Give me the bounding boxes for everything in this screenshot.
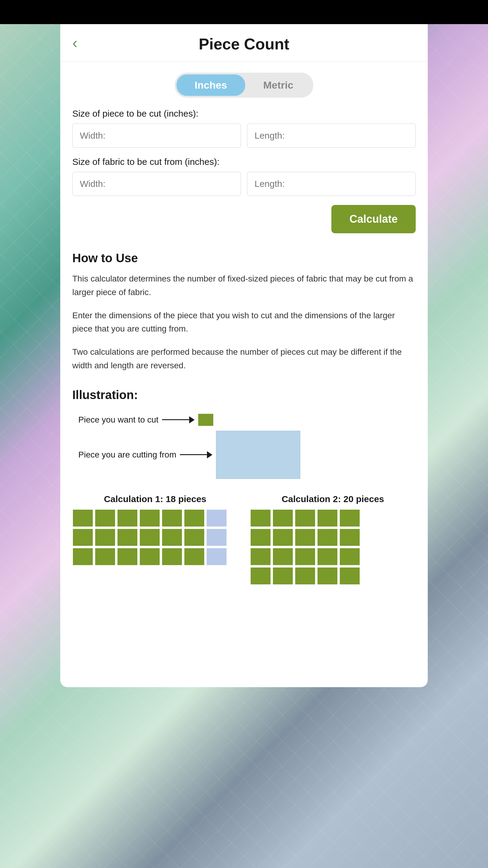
grid1-cell xyxy=(161,548,183,566)
grid2-cell xyxy=(339,567,360,585)
calc-columns: Calculation 1: 18 pieces Calculation 2: … xyxy=(72,494,416,585)
unit-toggle-container: Inches Metric xyxy=(60,62,428,106)
grid1-cell xyxy=(161,509,183,527)
piece-inputs xyxy=(72,124,416,148)
fabric-size-label: Size of fabric to be cut from (inches): xyxy=(72,157,416,167)
grid1-cell xyxy=(184,509,205,527)
grid2-cell xyxy=(272,528,293,547)
grid2-cell xyxy=(317,528,338,547)
illus-row-1: Piece you want to cut xyxy=(72,414,416,426)
illustration-section: Illustration: Piece you want to cut Piec… xyxy=(60,382,428,479)
grid1-cell xyxy=(117,528,138,547)
status-bar xyxy=(0,0,488,24)
small-piece-graphic xyxy=(198,414,213,426)
fabric-width-input[interactable] xyxy=(72,172,241,196)
calc2-column: Calculation 2: 20 pieces xyxy=(250,494,416,585)
grid1-cell xyxy=(184,548,205,566)
grid2-cell xyxy=(317,548,338,566)
grid1-cell xyxy=(139,548,160,566)
arrow-2 xyxy=(180,451,213,458)
header: ‹ Piece Count xyxy=(60,24,428,62)
grid2-cell xyxy=(317,509,338,527)
calc1-grid xyxy=(72,509,227,566)
grid2-cell xyxy=(272,567,293,585)
grid2-cell xyxy=(339,528,360,547)
grid2-cell xyxy=(250,567,271,585)
page-title: Piece Count xyxy=(72,35,416,53)
toggle-metric[interactable]: Metric xyxy=(245,74,312,96)
fabric-length-input[interactable] xyxy=(247,172,416,196)
grid2-cell xyxy=(295,548,316,566)
unit-toggle-group: Inches Metric xyxy=(175,73,313,98)
piece-length-input[interactable] xyxy=(247,124,416,148)
grid1-cell xyxy=(72,509,93,527)
grid1-cell xyxy=(117,509,138,527)
illus-row-2: Piece you are cutting from xyxy=(72,431,416,479)
grid2-cell xyxy=(339,509,360,527)
arrow-1 xyxy=(162,416,195,424)
how-to-para2: Enter the dimensions of the piece that y… xyxy=(72,309,416,336)
illus-label-1: Piece you want to cut xyxy=(78,415,158,425)
calc1-column: Calculation 1: 18 pieces xyxy=(72,494,238,585)
piece-width-input[interactable] xyxy=(72,124,241,148)
grid1-cell xyxy=(95,548,116,566)
grid2-cell xyxy=(295,528,316,547)
illus-label-2: Piece you are cutting from xyxy=(78,450,176,460)
calculations-section: Calculation 1: 18 pieces Calculation 2: … xyxy=(60,479,428,585)
how-to-para3: Two calculations are performed because t… xyxy=(72,345,416,373)
grid1-cell xyxy=(95,509,116,527)
large-piece-graphic xyxy=(216,431,300,479)
grid1-cell xyxy=(206,509,227,527)
how-to-para1: This calculator determines the number of… xyxy=(72,272,416,299)
illustration-title: Illustration: xyxy=(72,388,416,402)
grid1-cell xyxy=(139,528,160,547)
grid2-cell xyxy=(272,548,293,566)
how-to-title: How to Use xyxy=(72,251,416,265)
grid2-cell xyxy=(250,509,271,527)
grid1-cell xyxy=(161,528,183,547)
grid1-cell xyxy=(95,528,116,547)
back-button[interactable]: ‹ xyxy=(72,35,77,51)
grid1-cell xyxy=(184,528,205,547)
main-card: ‹ Piece Count Inches Metric Size of piec… xyxy=(60,24,428,687)
how-to-use-section: How to Use This calculator determines th… xyxy=(60,245,428,373)
calc1-title: Calculation 1: 18 pieces xyxy=(72,494,238,504)
calc2-title: Calculation 2: 20 pieces xyxy=(250,494,416,504)
grid2-cell xyxy=(295,567,316,585)
grid2-cell xyxy=(339,548,360,566)
grid1-cell xyxy=(206,528,227,547)
grid2-cell xyxy=(250,548,271,566)
calculate-row: Calculate xyxy=(60,205,428,245)
fabric-inputs xyxy=(72,172,416,196)
grid1-cell xyxy=(139,509,160,527)
grid1-cell xyxy=(117,548,138,566)
grid2-cell xyxy=(250,528,271,547)
grid1-cell xyxy=(72,548,93,566)
toggle-inches[interactable]: Inches xyxy=(176,74,245,96)
calc2-grid xyxy=(250,509,360,585)
piece-form: Size of piece to be cut (inches): Size o… xyxy=(60,108,428,196)
grid1-cell xyxy=(206,548,227,566)
calculate-button[interactable]: Calculate xyxy=(331,205,416,233)
grid2-cell xyxy=(317,567,338,585)
grid2-cell xyxy=(272,509,293,527)
piece-size-label: Size of piece to be cut (inches): xyxy=(72,108,416,119)
grid2-cell xyxy=(295,509,316,527)
grid1-cell xyxy=(72,528,93,547)
